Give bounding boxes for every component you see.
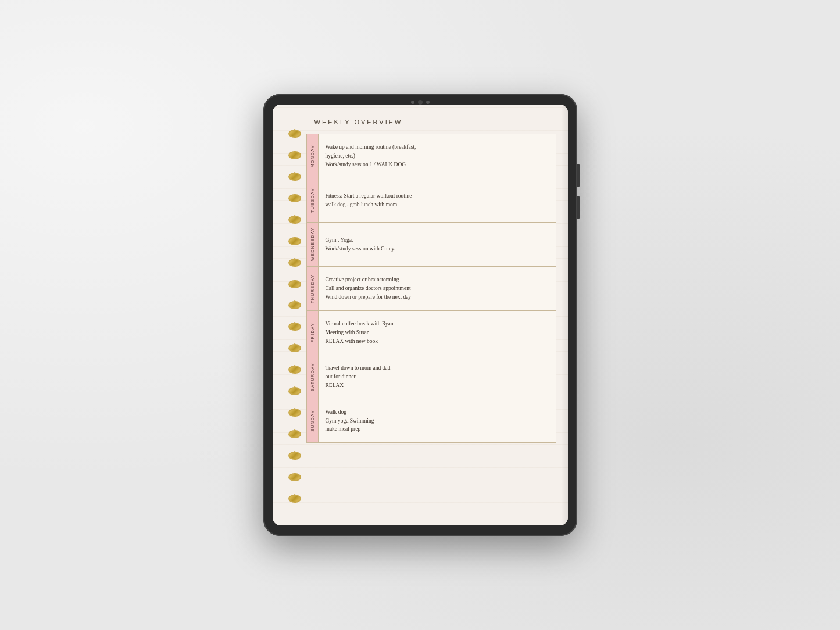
spiral-coil-12 <box>288 366 301 374</box>
day-content-wednesday: Gym . Yoga.Work/study session with Corey… <box>319 223 556 266</box>
day-content-friday: Virtual coffee break with RyanMeeting wi… <box>319 311 556 355</box>
side-button-mid <box>577 196 580 219</box>
day-tasks-friday: Virtual coffee break with RyanMeeting wi… <box>326 320 549 345</box>
camera-dot-right <box>426 101 430 104</box>
spiral-coil-5 <box>288 216 301 224</box>
spiral-coil-4 <box>288 194 301 202</box>
day-tasks-wednesday: Gym . Yoga.Work/study session with Corey… <box>326 236 549 253</box>
spiral-coil-2 <box>288 151 301 159</box>
tablet-screen: WEEKLY OVERVIEW <box>273 105 568 525</box>
day-tasks-tuesday: Fitness: Start a regular workout routine… <box>326 192 549 209</box>
camera-dot-left <box>411 101 414 104</box>
day-content-monday: Wake up and morning routine (breakfast,h… <box>319 134 556 178</box>
spiral-coil-18 <box>288 495 301 503</box>
notebook-page: WEEKLY OVERVIEW <box>273 105 568 525</box>
camera-dot-center <box>418 100 423 105</box>
spiral-coil-14 <box>288 409 301 417</box>
spiral-coil-9 <box>288 301 301 309</box>
spiral-coil-10 <box>288 323 301 331</box>
day-content-thursday: Creative project or brainstormingCall an… <box>319 267 556 310</box>
day-content-sunday: Walk dogGym yoga Swimmingmake meal prep <box>319 399 556 442</box>
day-label-sunday: SUNDAY <box>310 410 314 432</box>
day-tab-thursday: THURSDAY <box>307 267 319 310</box>
day-tab-saturday: SATURDAY <box>307 355 319 399</box>
spiral-coil-13 <box>288 387 301 395</box>
spiral-coil-7 <box>288 259 301 267</box>
page-title: WEEKLY OVERVIEW <box>314 119 556 126</box>
spiral-coil-3 <box>288 173 301 181</box>
days-container: MONDAYWake up and morning routine (break… <box>284 134 556 443</box>
day-label-monday: MONDAY <box>310 145 314 167</box>
day-tasks-sunday: Walk dogGym yoga Swimmingmake meal prep <box>326 408 549 434</box>
day-tab-tuesday: TUESDAY <box>307 178 319 222</box>
day-tab-sunday: SUNDAY <box>307 399 319 442</box>
spiral-coil-8 <box>288 280 301 288</box>
spiral-coil-16 <box>288 452 301 460</box>
day-tab-monday: MONDAY <box>307 134 319 178</box>
side-button-top <box>577 164 580 187</box>
day-row-thursday: THURSDAYCreative project or brainstormin… <box>306 266 556 310</box>
day-tasks-monday: Wake up and morning routine (breakfast,h… <box>326 143 549 169</box>
day-row-saturday: SATURDAYTravel down to mom and dad.out f… <box>306 355 556 399</box>
day-tab-friday: FRIDAY <box>307 311 319 355</box>
day-tab-wednesday: WEDNESDAY <box>307 223 319 266</box>
day-content-tuesday: Fitness: Start a regular workout routine… <box>319 178 556 222</box>
tablet-device: WEEKLY OVERVIEW <box>263 94 577 536</box>
day-row-tuesday: TUESDAYFitness: Start a regular workout … <box>306 178 556 222</box>
spiral-coil-1 <box>288 130 301 138</box>
day-row-friday: FRIDAYVirtual coffee break with RyanMeet… <box>306 310 556 355</box>
day-label-tuesday: TUESDAY <box>310 188 314 213</box>
day-row-monday: MONDAYWake up and morning routine (break… <box>306 134 556 178</box>
day-tasks-saturday: Travel down to mom and dad.out for dinne… <box>326 364 549 389</box>
day-label-saturday: SATURDAY <box>310 363 314 391</box>
day-label-friday: FRIDAY <box>310 323 314 342</box>
spiral-coil-11 <box>288 344 301 352</box>
spiral-coil-15 <box>288 430 301 438</box>
spiral-coil-17 <box>288 473 301 481</box>
day-tasks-thursday: Creative project or brainstormingCall an… <box>326 275 549 301</box>
planner-area: MONDAYWake up and morning routine (break… <box>284 134 556 516</box>
spiral-coil-6 <box>288 237 301 245</box>
day-row-sunday: SUNDAYWalk dogGym yoga Swimmingmake meal… <box>306 399 556 443</box>
day-row-wednesday: WEDNESDAYGym . Yoga.Work/study session w… <box>306 222 556 266</box>
day-label-wednesday: WEDNESDAY <box>310 227 314 261</box>
day-content-saturday: Travel down to mom and dad.out for dinne… <box>319 355 556 399</box>
day-label-thursday: THURSDAY <box>310 274 314 303</box>
spiral-binding <box>284 116 305 516</box>
tablet-camera-bar <box>411 100 430 105</box>
